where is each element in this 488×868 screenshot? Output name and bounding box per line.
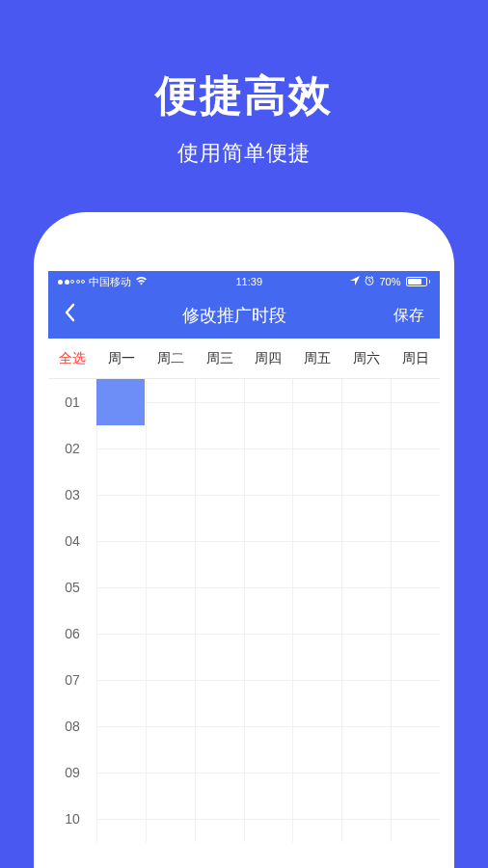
select-all-button[interactable]: 全选 — [48, 339, 97, 378]
carrier-label: 中国移动 — [89, 275, 131, 289]
page-title: 修改推广时段 — [182, 304, 286, 327]
hour-label: 07 — [48, 657, 96, 703]
day-header-sun[interactable]: 周日 — [391, 339, 440, 378]
selected-timeslot[interactable] — [96, 379, 145, 425]
location-icon — [350, 276, 360, 287]
back-button[interactable] — [64, 303, 75, 328]
phone-screen: 中国移动 11:39 70% — [48, 227, 440, 868]
status-time: 11:39 — [235, 276, 262, 287]
status-bar: 中国移动 11:39 70% — [48, 271, 440, 292]
hour-label: 10 — [48, 796, 96, 842]
hour-label: 02 — [48, 425, 96, 472]
hour-label: 04 — [48, 518, 96, 564]
hour-label: 05 — [48, 564, 96, 610]
day-header-sat[interactable]: 周六 — [342, 339, 392, 378]
day-header-wed[interactable]: 周三 — [195, 339, 244, 378]
promo-subheadline: 使用简单便捷 — [0, 139, 488, 168]
day-header-fri[interactable]: 周五 — [293, 339, 342, 378]
promo-headline: 便捷高效 — [0, 68, 488, 124]
signal-icon — [58, 280, 85, 285]
hour-label: 01 — [48, 379, 96, 425]
schedule-grid[interactable]: 01020304050607080910 — [48, 379, 440, 842]
day-header-row: 全选 周一 周二 周三 周四 周五 周六 周日 — [48, 339, 440, 379]
phone-frame: 中国移动 11:39 70% — [34, 212, 454, 868]
day-header-mon[interactable]: 周一 — [97, 339, 147, 378]
wifi-icon — [135, 276, 148, 287]
save-button[interactable]: 保存 — [393, 306, 424, 326]
hour-label: 03 — [48, 472, 96, 518]
alarm-icon — [365, 276, 374, 287]
day-header-tue[interactable]: 周二 — [147, 339, 196, 378]
hour-label: 08 — [48, 703, 96, 749]
nav-bar: 修改推广时段 保存 — [48, 292, 440, 339]
battery-percent: 70% — [379, 276, 400, 287]
day-header-thu[interactable]: 周四 — [244, 339, 293, 378]
hour-label: 09 — [48, 749, 96, 796]
battery-icon — [406, 277, 431, 286]
hour-label: 06 — [48, 610, 96, 657]
